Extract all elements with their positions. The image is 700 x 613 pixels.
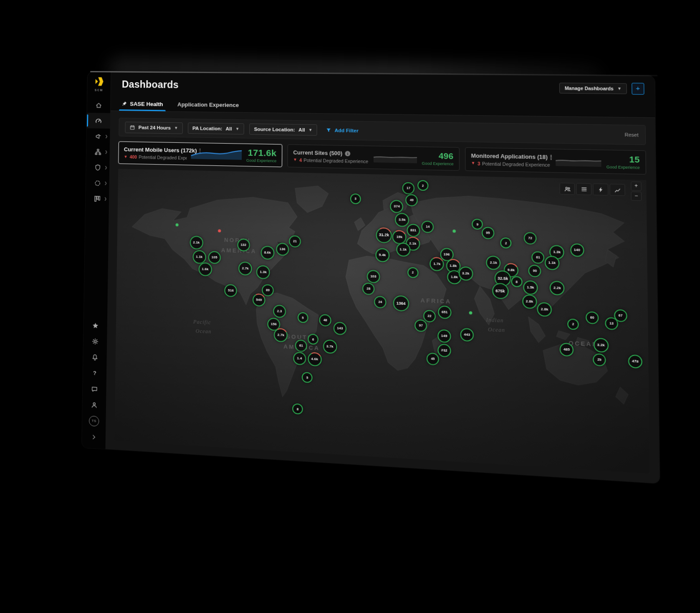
map-bubble[interactable]: 105 xyxy=(208,251,220,264)
map-bubble[interactable]: 60 xyxy=(586,311,599,324)
sidebar-item-help[interactable]: ? xyxy=(83,365,107,382)
manage-dashboards-button[interactable]: Manage Dashboards ▼ xyxy=(559,83,627,94)
map-bubble[interactable]: 1.1k xyxy=(545,256,559,270)
metric-card-3[interactable]: Monitored Applications (18)i▼3Potential … xyxy=(465,147,646,175)
map-bubble[interactable]: 2.7k xyxy=(274,328,288,342)
map-control-users[interactable] xyxy=(560,183,575,195)
map-bubble[interactable]: 48 xyxy=(319,314,331,327)
map-bubble[interactable]: 61 xyxy=(295,339,307,352)
map-bubble[interactable]: 3.5k xyxy=(395,213,409,227)
brand-logo[interactable]: SCM xyxy=(94,76,104,91)
map-bubble[interactable]: 5.4k xyxy=(375,248,389,262)
map-bubble[interactable]: 5 xyxy=(302,372,313,383)
map-bubble[interactable]: 97 xyxy=(414,319,427,332)
map-control-list[interactable] xyxy=(576,183,591,195)
map-bubble[interactable]: 19k xyxy=(392,230,407,244)
pa-location-dropdown[interactable]: PA Location: All ▼ xyxy=(188,123,244,135)
sidebar-item-user[interactable] xyxy=(82,396,106,413)
map-bubble[interactable]: 1364 xyxy=(393,295,409,312)
map-bubble[interactable]: 549 xyxy=(253,294,265,307)
map-bubble[interactable]: 2.8k xyxy=(522,294,537,309)
sidebar-item-gear[interactable] xyxy=(83,333,107,350)
map-bubble[interactable]: 143 xyxy=(334,322,346,335)
map-bubble[interactable]: 374 xyxy=(390,200,404,213)
map-bubble[interactable]: 1.1k xyxy=(396,243,410,257)
metric-card-2[interactable]: Current Sites (500)i▼4Potential Degraded… xyxy=(288,144,460,171)
map-bubble[interactable]: 22 xyxy=(423,310,436,322)
map-bubble[interactable]: 89 xyxy=(262,284,274,296)
map-bubble[interactable]: 3.2k xyxy=(458,266,473,281)
map-bubble[interactable]: 17 xyxy=(402,182,414,195)
tab-sase-health[interactable]: SASE Health xyxy=(121,101,163,111)
sidebar-item-workflow[interactable]: ❯ xyxy=(86,190,109,207)
map-bubble[interactable]: 61 xyxy=(532,251,545,263)
map-bubble[interactable]: 1.6k xyxy=(198,262,212,276)
sidebar-item-star[interactable] xyxy=(83,317,107,334)
map-bubble[interactable]: 8 xyxy=(292,403,303,415)
sidebar-item-announce[interactable]: ❯ xyxy=(86,128,110,144)
sidebar-item-bell[interactable] xyxy=(83,349,107,366)
map-bubble[interactable]: 1.4 xyxy=(293,352,306,365)
sidebar-item-collapse[interactable] xyxy=(82,428,106,446)
map-bubble[interactable]: 2 xyxy=(417,180,428,191)
map-bubble[interactable]: 132 xyxy=(237,238,250,251)
map-bubble[interactable]: 232 xyxy=(437,343,451,357)
info-icon[interactable]: i xyxy=(345,151,351,156)
map-bubble[interactable]: 8 xyxy=(511,276,522,287)
map-bubble[interactable]: 2.3 xyxy=(273,305,286,318)
map-bubble[interactable]: 2.2k xyxy=(550,281,565,296)
map-bubble[interactable]: 1.3k xyxy=(256,265,270,279)
map-bubble[interactable]: 675k xyxy=(492,283,508,299)
map-bubble[interactable]: 2 xyxy=(500,238,512,249)
sidebar-item-segment[interactable]: ❯ xyxy=(86,175,109,191)
map-bubble[interactable]: 140 xyxy=(570,243,584,257)
map-bubble[interactable]: 1.1k xyxy=(192,250,206,263)
map-bubble[interactable]: 2.1k xyxy=(486,256,501,271)
map-bubble[interactable]: 28 xyxy=(362,283,374,295)
map-bubble[interactable]: 90 xyxy=(528,265,541,277)
map-bubble[interactable]: 31.2k xyxy=(376,227,392,243)
sidebar-item-network[interactable]: ❯ xyxy=(86,144,110,160)
source-location-dropdown[interactable]: Source Location: All ▼ xyxy=(249,124,317,136)
map-bubble[interactable]: 149 xyxy=(437,329,451,343)
map-bubble[interactable]: 8.6k xyxy=(260,246,274,260)
sidebar-item-shield[interactable]: ❯ xyxy=(86,160,109,176)
map-bubble[interactable]: 5 xyxy=(298,312,308,323)
tab-application-experience[interactable]: Application Experience xyxy=(177,101,239,112)
map-bubble[interactable]: 2.1k xyxy=(190,236,203,249)
zoom-in-button[interactable]: + xyxy=(631,182,642,191)
map-bubble[interactable]: 516 xyxy=(225,284,237,297)
map-bubble[interactable]: 3 xyxy=(350,193,361,204)
map-bubble[interactable]: 9 xyxy=(472,219,483,230)
add-filter-button[interactable]: Add Filter xyxy=(326,128,358,134)
map-bubble[interactable]: 103 xyxy=(367,270,380,283)
map-bubble[interactable]: 2.8k xyxy=(537,302,552,317)
info-icon[interactable]: i xyxy=(551,155,552,160)
map-bubble[interactable]: 2 xyxy=(567,319,579,330)
world-map[interactable]: NORTHAMERICASOUTHAMERICAAFRICAOCEANIAPac… xyxy=(114,169,650,474)
sidebar-item-home[interactable] xyxy=(87,97,110,113)
sidebar-item-avatar[interactable]: TS xyxy=(82,412,106,430)
map-bubble[interactable]: 4.6k xyxy=(308,352,321,366)
map-bubble[interactable]: 24 xyxy=(374,296,386,308)
metric-card-1[interactable]: Current Mobile Users (172k)i▼400Potentia… xyxy=(118,142,282,167)
map-bubble[interactable]: 49 xyxy=(406,194,418,206)
reset-filters-button[interactable]: Reset xyxy=(624,132,638,138)
map-bubble[interactable]: 3.7k xyxy=(323,339,337,354)
map-bubble[interactable]: 72 xyxy=(524,232,537,244)
map-control-chart[interactable] xyxy=(610,184,625,196)
sidebar-item-chat[interactable] xyxy=(83,380,106,398)
map-control-bolt[interactable] xyxy=(593,183,608,195)
map-bubble[interactable]: 45 xyxy=(427,352,439,365)
map-bubble[interactable]: 136 xyxy=(276,243,289,256)
add-dashboard-button[interactable]: + xyxy=(632,83,644,94)
map-bubble[interactable]: 2 xyxy=(407,267,418,278)
map-bubble[interactable]: 1.5k xyxy=(523,281,538,295)
map-bubble[interactable]: 651 xyxy=(438,306,451,319)
map-bubble[interactable]: 67 xyxy=(614,309,627,322)
sidebar-item-dashboard[interactable] xyxy=(87,113,110,129)
map-bubble[interactable]: 14 xyxy=(422,220,434,233)
map-bubble[interactable]: 831 xyxy=(407,224,420,237)
zoom-out-button[interactable]: − xyxy=(631,192,642,201)
map-bubble[interactable]: 443 xyxy=(460,328,474,342)
